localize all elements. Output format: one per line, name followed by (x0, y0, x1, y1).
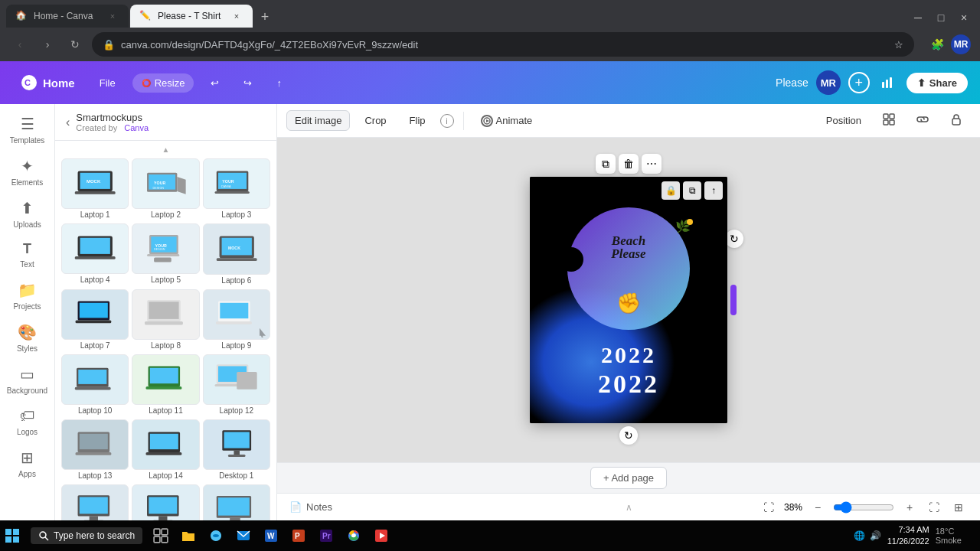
windows-start-button[interactable] (0, 523, 24, 548)
asset-scroll-area[interactable]: MOCK Laptop 1 YOURDESIGN Laptop 2 (55, 155, 276, 520)
list-item[interactable]: Laptop 9 (203, 289, 270, 351)
home-button[interactable]: C Home (12, 69, 83, 96)
scroll-up-chevron[interactable]: ∧ (626, 502, 632, 513)
sidebar-item-styles[interactable]: 🎨 Styles (5, 318, 51, 357)
list-item[interactable]: Desktop 1 (203, 419, 270, 481)
canvas-delete-button[interactable]: 🗑 (619, 154, 639, 174)
sidebar-item-logos[interactable]: 🏷 Logos (5, 403, 51, 441)
minimize-button[interactable]: ─ (908, 8, 928, 28)
powerpoint-button[interactable]: P (286, 523, 311, 548)
file-button[interactable]: File (92, 73, 123, 93)
share-button[interactable]: ⬆ Share (906, 73, 968, 93)
add-page-button[interactable]: + Add page (590, 467, 667, 489)
user-avatar[interactable]: MR (816, 70, 841, 95)
sidebar-item-templates[interactable]: ☰ Templates (5, 110, 51, 149)
new-tab-button[interactable]: + (254, 6, 276, 28)
fit-screen-button[interactable]: ⛶ (925, 498, 943, 517)
list-item[interactable]: Laptop 11 (132, 354, 199, 416)
list-item[interactable]: Laptop 10 (61, 354, 129, 416)
animate-button[interactable]: Animate (473, 111, 541, 131)
notes-button[interactable]: 📄 Notes (289, 501, 332, 513)
tab2-close[interactable]: × (230, 9, 243, 23)
list-item[interactable]: YOURDESIGN Laptop 5 (132, 223, 199, 285)
sidebar-item-apps[interactable]: ⊞ Apps (5, 444, 51, 483)
network-icon[interactable]: 🌐 (854, 530, 865, 541)
back-button[interactable]: ‹ (9, 34, 31, 55)
canvas-copy-action[interactable]: ⧉ (683, 181, 701, 200)
add-collaborator-button[interactable]: + (848, 72, 870, 93)
mail-button[interactable] (231, 523, 256, 548)
canvas-copy-button[interactable]: ⧉ (596, 154, 616, 174)
extensions-button[interactable]: 🧩 (926, 34, 948, 55)
sidebar-item-elements[interactable]: ✦ Elements (5, 152, 51, 191)
analytics-button[interactable] (877, 72, 899, 93)
flip-button[interactable]: Flip (401, 110, 434, 131)
media-player-button[interactable] (369, 523, 394, 548)
volume-icon[interactable]: 🔊 (870, 530, 881, 541)
list-item[interactable]: Laptop 14 (132, 419, 199, 481)
list-item[interactable]: Desktop 3 (132, 484, 199, 520)
redo-button[interactable]: ↪ (236, 73, 260, 93)
browser-tab-2[interactable]: ✏️ Please - T Shirt × (130, 5, 253, 28)
close-window-button[interactable]: × (954, 8, 974, 28)
list-item[interactable]: Laptop 12 (203, 354, 270, 416)
panel-back-button[interactable]: ‹ (66, 116, 70, 129)
list-item[interactable]: Laptop 13 (61, 419, 129, 481)
sidebar-item-projects[interactable]: 📁 Projects (5, 276, 51, 315)
file-explorer-button[interactable] (176, 523, 201, 548)
refresh-button[interactable]: ↻ (64, 34, 86, 55)
sidebar-item-uploads[interactable]: ⬆ Uploads (5, 194, 51, 233)
list-item[interactable]: Desktop 4 (203, 484, 270, 520)
restore-button[interactable]: □ (931, 8, 951, 28)
zoom-in-button[interactable]: + (900, 498, 919, 517)
taskbar-clock[interactable]: 7:34 AM 11/26/2022 (887, 524, 929, 548)
chrome-button[interactable] (341, 523, 366, 548)
canvas-design[interactable]: 🌿 Beach Please ✊ 2022 (530, 177, 727, 423)
taskbar-search-box[interactable]: Type here to search (31, 527, 142, 544)
list-item[interactable]: YOURCANVA Laptop 3 (203, 158, 270, 220)
canvas-lock-action[interactable]: 🔒 (662, 181, 680, 200)
canvas-more-button[interactable]: ⋯ (642, 154, 662, 174)
list-item[interactable]: Laptop 7 (61, 289, 129, 351)
fullscreen-button[interactable]: ⊞ (949, 498, 968, 517)
crop-button[interactable]: Crop (356, 110, 394, 131)
list-item[interactable]: YOURDESIGN Laptop 2 (132, 158, 199, 220)
list-item[interactable]: Laptop 8 (132, 289, 199, 351)
browser-tab-1[interactable]: 🏠 Home - Canva × (6, 5, 129, 28)
browser-profile-button[interactable]: MR (951, 34, 971, 54)
list-item[interactable]: Laptop 4 (61, 223, 129, 285)
lock-toggle-button[interactable] (942, 109, 971, 132)
canvas-export-action[interactable]: ↑ (704, 181, 723, 200)
canvas-bottom-rotate[interactable]: ↻ (619, 426, 638, 445)
bookmark-star-icon[interactable]: ☆ (894, 39, 903, 51)
edit-image-button[interactable]: Edit image (286, 110, 350, 131)
edge-browser-button[interactable] (204, 523, 228, 548)
sidebar-item-background[interactable]: ▭ Background (5, 360, 51, 399)
weather-info[interactable]: 18°C Smoke (936, 527, 962, 545)
word-button[interactable]: W (259, 523, 283, 548)
info-button[interactable]: i (440, 114, 454, 128)
resize-button[interactable]: Resize (132, 73, 194, 93)
canva-brand-link[interactable]: Canva (124, 123, 149, 132)
task-view-button[interactable] (149, 523, 173, 548)
sidebar-item-text[interactable]: T Text (5, 236, 51, 273)
list-item[interactable]: Desktop 2 (61, 484, 129, 520)
zoom-slider[interactable] (833, 501, 894, 514)
zoom-fit-button[interactable]: ⛶ (760, 498, 778, 517)
scroll-up-area[interactable]: ▲ (55, 144, 276, 155)
grid-view-button[interactable] (874, 109, 903, 132)
undo-button[interactable]: ↩ (203, 73, 227, 93)
list-item[interactable]: MOCK Laptop 1 (61, 158, 129, 220)
forward-button[interactable]: › (37, 34, 58, 55)
tab1-close[interactable]: × (106, 9, 119, 23)
list-item[interactable]: MOCK Laptop 6 (203, 223, 270, 285)
canvas-resize-handle[interactable] (730, 285, 737, 315)
zoom-out-button[interactable]: − (808, 498, 827, 517)
position-button[interactable]: Position (818, 110, 870, 131)
address-bar[interactable]: 🔒 canva.com/design/DAFTD4gXgFo/_4ZT2EBoX… (92, 32, 914, 57)
notification-button[interactable] (968, 524, 972, 547)
link-button[interactable] (908, 109, 937, 132)
canvas-wrapper[interactable]: ↻ ⧉ 🗑 ⋯ (277, 138, 980, 462)
canvas-rotate-handle[interactable]: ↻ (725, 230, 743, 248)
premiere-button[interactable]: Pr (314, 523, 338, 548)
